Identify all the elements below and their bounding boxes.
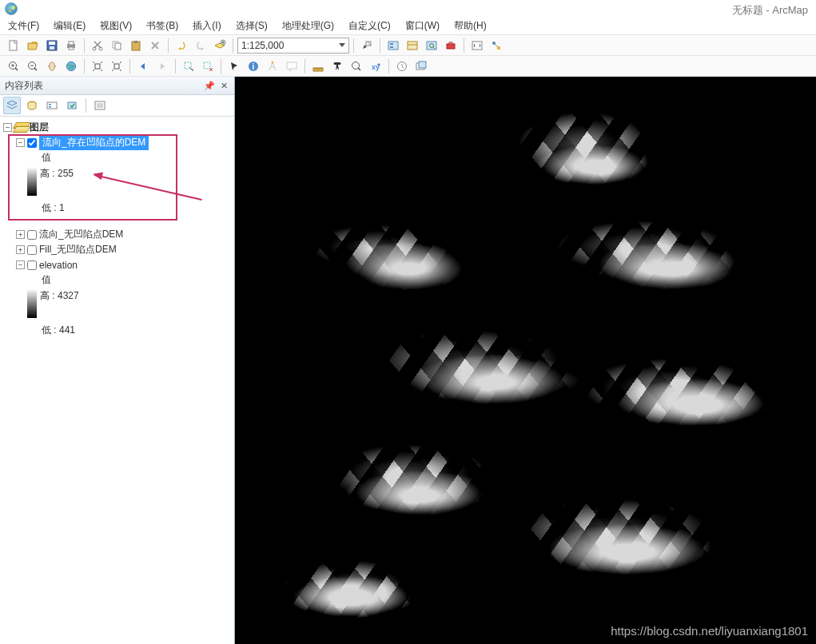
menu-insert[interactable]: 插入(I) xyxy=(188,18,225,34)
layer-visibility-checkbox[interactable] xyxy=(27,138,37,148)
select-features-icon[interactable] xyxy=(180,58,197,75)
svg-rect-12 xyxy=(134,41,137,43)
add-data-icon[interactable] xyxy=(211,37,229,54)
list-by-drawing-order-icon[interactable] xyxy=(3,97,21,114)
identify-icon[interactable]: i xyxy=(245,58,262,75)
list-by-visibility-icon[interactable] xyxy=(43,97,61,114)
menu-selection[interactable]: 选择(S) xyxy=(231,18,273,34)
measure-icon[interactable] xyxy=(309,58,327,75)
layer-visibility-checkbox[interactable] xyxy=(27,245,37,255)
menu-window[interactable]: 窗口(W) xyxy=(400,18,444,34)
undo-icon[interactable] xyxy=(173,37,190,54)
find-route-icon[interactable] xyxy=(348,58,365,75)
expand-icon[interactable]: + xyxy=(16,230,25,239)
delete-icon[interactable] xyxy=(146,37,164,54)
list-by-source-icon[interactable] xyxy=(23,97,41,114)
zoom-out-icon[interactable] xyxy=(24,58,42,75)
svg-rect-28 xyxy=(95,64,100,69)
back-extent-icon[interactable] xyxy=(134,58,152,75)
legend-low: 低 : 441 xyxy=(3,323,231,338)
print-icon[interactable] xyxy=(62,37,80,54)
layer-visibility-checkbox[interactable] xyxy=(27,260,37,270)
collapse-icon[interactable]: − xyxy=(16,138,25,147)
layer-item[interactable]: + Fill_无凹陷点DEM xyxy=(3,242,231,257)
svg-rect-21 xyxy=(447,44,455,49)
layer-name-selected[interactable]: 流向_存在凹陷点的DEM xyxy=(39,135,149,150)
menu-geoprocessing[interactable]: 地理处理(G) xyxy=(277,18,339,34)
layer-item[interactable]: − 流向_存在凹陷点的DEM xyxy=(3,135,231,150)
create-viewer-icon[interactable] xyxy=(412,58,430,75)
fixed-zoom-in-icon[interactable] xyxy=(89,58,106,75)
model-builder-icon[interactable] xyxy=(488,37,505,54)
menu-bookmarks[interactable]: 书签(B) xyxy=(141,18,183,34)
menubar: 文件(F) 编辑(E) 视图(V) 书签(B) 插入(I) 选择(S) 地理处理… xyxy=(0,18,816,35)
pan-icon[interactable] xyxy=(43,58,61,75)
fixed-zoom-out-icon[interactable] xyxy=(108,58,125,75)
hyperlink-icon[interactable] xyxy=(264,58,281,75)
legend-high: 高 : 4327 xyxy=(40,289,79,303)
menu-view[interactable]: 视图(V) xyxy=(95,18,137,34)
app-icon xyxy=(5,2,18,15)
paste-icon[interactable] xyxy=(127,37,145,54)
legend-value-label: 值 xyxy=(3,272,231,288)
arc-toolbox-icon[interactable] xyxy=(442,37,460,54)
layer-visibility-checkbox[interactable] xyxy=(27,230,37,240)
options-icon[interactable] xyxy=(91,97,109,114)
menu-edit[interactable]: 编辑(E) xyxy=(49,18,90,34)
editor-toolbar-icon[interactable] xyxy=(358,37,376,54)
forward-extent-icon[interactable] xyxy=(153,58,171,75)
redo-icon[interactable] xyxy=(192,37,209,54)
svg-point-34 xyxy=(272,61,274,63)
toc-header: 内容列表 📌 ✕ xyxy=(0,77,234,95)
html-popup-icon[interactable] xyxy=(283,58,301,75)
svg-rect-35 xyxy=(287,62,297,69)
terrain-render xyxy=(235,77,816,644)
expand-icon[interactable]: + xyxy=(16,245,25,254)
svg-rect-16 xyxy=(390,43,393,45)
list-by-selection-icon[interactable] xyxy=(63,97,81,114)
full-extent-icon[interactable] xyxy=(62,58,80,75)
table-of-contents-icon[interactable] xyxy=(384,37,402,54)
collapse-icon[interactable]: − xyxy=(3,123,12,132)
menu-help[interactable]: 帮助(H) xyxy=(449,18,492,34)
layer-item[interactable]: + 流向_无凹陷点DEM xyxy=(3,227,231,242)
go-to-xy-icon[interactable]: xy xyxy=(367,58,384,75)
svg-rect-43 xyxy=(47,102,57,109)
layers-icon xyxy=(14,124,27,132)
menu-customize[interactable]: 自定义(C) xyxy=(344,18,396,34)
map-view[interactable]: https://blog.csdn.net/liyuanxiang1801 xyxy=(235,77,816,644)
layer-name[interactable]: elevation xyxy=(39,260,78,271)
save-icon[interactable] xyxy=(43,37,61,54)
scale-dropdown[interactable]: 1:125,000 xyxy=(237,38,349,54)
svg-rect-0 xyxy=(10,41,17,50)
toc-root[interactable]: − 图层 xyxy=(3,120,231,135)
standard-toolbar: 1:125,000 xyxy=(0,35,816,56)
catalog-icon[interactable] xyxy=(404,37,421,54)
pin-icon[interactable]: 📌 xyxy=(204,80,215,91)
collapse-icon[interactable]: − xyxy=(16,260,25,269)
clear-selection-icon[interactable] xyxy=(199,58,217,75)
tools-toolbar: i xy xyxy=(0,56,816,77)
copy-icon[interactable] xyxy=(108,37,125,54)
find-icon[interactable] xyxy=(328,58,346,75)
select-elements-icon[interactable] xyxy=(225,58,243,75)
svg-rect-5 xyxy=(69,42,74,45)
close-icon[interactable]: ✕ xyxy=(218,80,229,91)
svg-rect-3 xyxy=(50,46,54,50)
time-slider-icon[interactable] xyxy=(393,58,411,75)
zoom-in-icon[interactable] xyxy=(5,58,22,75)
layer-name[interactable]: 流向_无凹陷点DEM xyxy=(39,228,123,241)
svg-text:i: i xyxy=(253,62,255,71)
cut-icon[interactable] xyxy=(89,37,106,54)
new-icon[interactable] xyxy=(5,37,22,54)
svg-rect-45 xyxy=(49,106,51,108)
layer-item[interactable]: − elevation xyxy=(3,257,231,272)
layer-name[interactable]: Fill_无凹陷点DEM xyxy=(39,243,117,256)
svg-rect-15 xyxy=(388,42,398,50)
menu-file[interactable]: 文件(F) xyxy=(3,18,44,34)
search-window-icon[interactable] xyxy=(423,37,440,54)
open-icon[interactable] xyxy=(24,37,42,54)
toc-root-label: 图层 xyxy=(30,121,49,134)
python-window-icon[interactable] xyxy=(468,37,486,54)
legend-low: 低 : 1 xyxy=(3,201,231,216)
